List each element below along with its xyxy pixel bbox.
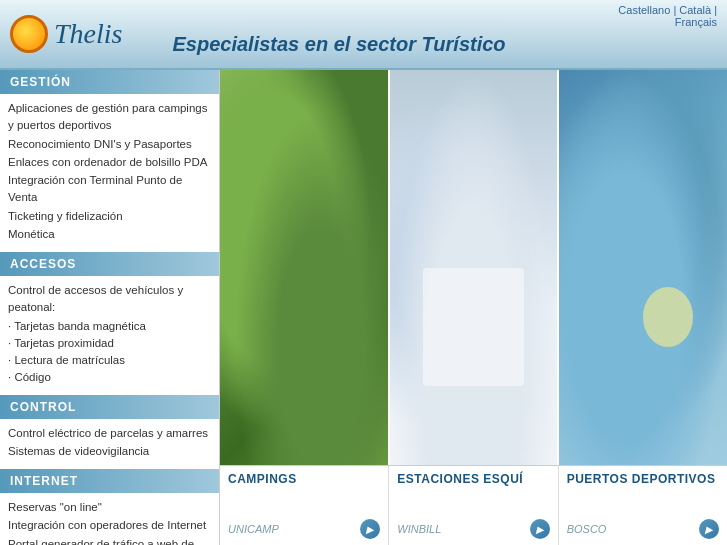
sidebar-item: Control eléctrico de parcelas y amarres: [8, 425, 211, 442]
sidebar-items-accesos: Control de accesos de vehículos y peaton…: [0, 278, 219, 395]
sidebar: GESTIÓNAplicaciones de gestión para camp…: [0, 70, 220, 545]
captions-row: CAMPINGSUNICAMP▶ESTACIONES ESQUÍWINBILL▶…: [220, 465, 727, 545]
image-col-esqui: [390, 70, 560, 465]
image-col-campings: [220, 70, 390, 465]
image-col-puertos: [559, 70, 727, 465]
sidebar-item: Reconocimiento DNI's y Pasaportes: [8, 136, 211, 153]
sidebar-items-control: Control eléctrico de parcelas y amarresS…: [0, 421, 219, 470]
sidebar-item: Ticketing y fidelización: [8, 208, 211, 225]
sidebar-section-internet[interactable]: INTERNET: [0, 469, 219, 493]
caption-col-esqui: ESTACIONES ESQUÍWINBILL▶: [389, 466, 558, 545]
image-grid: [220, 70, 727, 465]
sidebar-items-internet: Reservas "on line"Integración con operad…: [0, 495, 219, 545]
sidebar-section-gestion[interactable]: GESTIÓN: [0, 70, 219, 94]
caption-sub-puertos: BOSCO▶: [567, 519, 719, 539]
language-selector[interactable]: Castellano | Català | Français: [618, 4, 717, 28]
arrow-button-puertos[interactable]: ▶: [699, 519, 719, 539]
sidebar-section-accesos[interactable]: ACCESOS: [0, 252, 219, 276]
sidebar-item: Integración con Terminal Punto de Venta: [8, 172, 211, 207]
sidebar-item: Lectura de matrículas: [8, 352, 211, 369]
header: Thelis Especialistas en el sector Turíst…: [0, 0, 727, 70]
caption-col-campings: CAMPINGSUNICAMP▶: [220, 466, 389, 545]
caption-title-esqui: ESTACIONES ESQUÍ: [397, 472, 549, 486]
sidebar-item: Integración con operadores de Internet: [8, 517, 211, 534]
sidebar-items-gestion: Aplicaciones de gestión para campings y …: [0, 96, 219, 252]
sidebar-item: Tarjetas proximidad: [8, 335, 211, 352]
caption-title-campings: CAMPINGS: [228, 472, 380, 486]
lang-line2[interactable]: Français: [618, 16, 717, 28]
image-esqui: [390, 70, 558, 465]
logo: Thelis: [10, 15, 122, 53]
logo-text: Thelis: [54, 18, 122, 50]
logo-sun-icon: [10, 15, 48, 53]
caption-subtitle-puertos: BOSCO: [567, 523, 607, 535]
sidebar-item: Portal generador de tráfico a web de cli…: [8, 536, 211, 546]
lang-line1[interactable]: Castellano | Català |: [618, 4, 717, 16]
sidebar-item: Monética: [8, 226, 211, 243]
image-puertos: [559, 70, 727, 465]
sidebar-item: Sistemas de videovigilancia: [8, 443, 211, 460]
caption-subtitle-esqui: WINBILL: [397, 523, 441, 535]
main-content: GESTIÓNAplicaciones de gestión para camp…: [0, 70, 727, 545]
sidebar-item: Reservas "on line": [8, 499, 211, 516]
sidebar-item: Aplicaciones de gestión para campings y …: [8, 100, 211, 135]
arrow-button-campings[interactable]: ▶: [360, 519, 380, 539]
image-campings: [220, 70, 388, 465]
sidebar-item: Enlaces con ordenador de bolsillo PDA: [8, 154, 211, 171]
caption-sub-esqui: WINBILL▶: [397, 519, 549, 539]
sidebar-item: Código: [8, 369, 211, 386]
sidebar-item: Tarjetas banda magnética: [8, 318, 211, 335]
caption-title-puertos: PUERTOS DEPORTIVOS: [567, 472, 719, 486]
sidebar-item: Control de accesos de vehículos y peaton…: [8, 282, 211, 317]
caption-subtitle-campings: UNICAMP: [228, 523, 279, 535]
sidebar-section-control[interactable]: CONTROL: [0, 395, 219, 419]
arrow-button-esqui[interactable]: ▶: [530, 519, 550, 539]
content-area: CAMPINGSUNICAMP▶ESTACIONES ESQUÍWINBILL▶…: [220, 70, 727, 545]
caption-sub-campings: UNICAMP▶: [228, 519, 380, 539]
caption-col-puertos: PUERTOS DEPORTIVOSBOSCO▶: [559, 466, 727, 545]
